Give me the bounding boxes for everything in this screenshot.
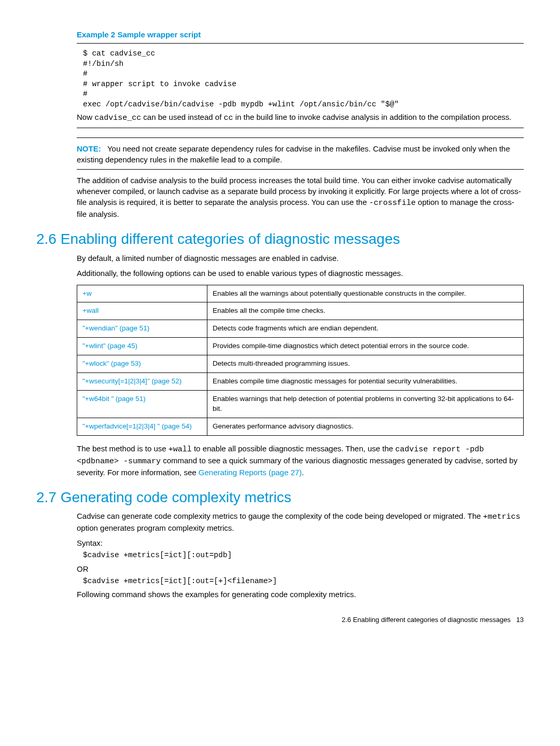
inline-code: +wall <box>169 445 192 454</box>
code-block-wrapper-script: $ cat cadvise_cc #!/bin/sh # # wrapper s… <box>83 49 524 109</box>
divider <box>77 43 524 44</box>
footer-page-number: 13 <box>516 616 524 624</box>
syntax-label: Syntax: <box>77 537 524 548</box>
option-desc: Detects multi-threaded programming issue… <box>207 355 524 373</box>
option-link[interactable]: "+wlock" (page 53) <box>82 360 141 367</box>
paragraph: Additionally, the following options can … <box>77 268 524 279</box>
option-link[interactable]: "+wlint" (page 45) <box>82 342 137 350</box>
option-desc: Detects code fragments which are endian … <box>207 320 524 338</box>
paragraph: The addition of cadvise analysis to the … <box>77 175 524 219</box>
note-text: You need not create separate dependency … <box>77 144 510 164</box>
code-block-syntax2: $cadvise +metrics[=ict][:out=[+]<filenam… <box>83 576 524 587</box>
inline-code: +metrics <box>483 513 521 521</box>
paragraph: The best method is to use +wall to enabl… <box>77 443 524 478</box>
divider <box>77 128 524 128</box>
option-desc: Provides compile-time diagnostics which … <box>207 338 524 355</box>
option-name: +w <box>82 289 92 297</box>
option-desc: Enables compile time diagnostic messages… <box>207 373 524 391</box>
option-link[interactable]: "+w64bit " (page 51) <box>82 395 146 403</box>
inline-code: cadvise_cc <box>94 114 141 122</box>
option-name: +wall <box>82 307 99 314</box>
inline-code: -crossfile <box>369 199 416 208</box>
text: can be used instead of <box>141 113 223 121</box>
paragraph: Following command shows the examples for… <box>77 589 524 600</box>
text: in the build line to invoke cadvise anal… <box>233 113 512 121</box>
table-row: +w Enables all the warnings about potent… <box>77 285 524 302</box>
text: . <box>302 468 304 477</box>
options-table: +w Enables all the warnings about potent… <box>77 285 524 436</box>
example-title: Example 2 Sample wrapper script <box>77 29 524 40</box>
note-block: NOTE: You need not create separate depen… <box>77 143 524 165</box>
text: The best method is to use <box>77 444 169 453</box>
example-after-text: Now cadvise_cc can be used instead of cc… <box>77 112 524 123</box>
text: Now <box>77 113 94 121</box>
table-row: "+w64bit " (page 51) Enables warnings th… <box>77 390 524 418</box>
text: to enable all possible diagnostic messag… <box>192 444 395 453</box>
page-footer: 2.6 Enabling different categories of dia… <box>36 615 524 625</box>
paragraph: By default, a limited number of diagnost… <box>77 253 524 264</box>
link-generating-reports[interactable]: Generating Reports (page 27) <box>199 468 302 477</box>
option-link[interactable]: "+wsecurity[=1|2|3|4]" (page 52) <box>82 377 181 385</box>
paragraph: Cadvise can generate code complexity met… <box>77 510 524 533</box>
table-row: "+wlint" (page 45) Provides compile-time… <box>77 338 524 355</box>
table-row: "+wendian" (page 51) Detects code fragme… <box>77 320 524 338</box>
table-row: +wall Enables all the compile time check… <box>77 302 524 320</box>
inline-code: cc <box>223 114 233 122</box>
note-label: NOTE: <box>77 144 101 153</box>
code-block-syntax1: $cadvise +metrics[=ict][:out=pdb] <box>83 550 524 561</box>
divider <box>77 169 524 170</box>
option-desc: Enables all the warnings about potential… <box>207 285 524 302</box>
option-desc: Generates performance advisory diagnosti… <box>207 418 524 435</box>
section-heading-2-7: 2.7 Generating code complexity metrics <box>36 487 524 507</box>
option-desc: Enables warnings that help detection of … <box>207 390 524 418</box>
option-desc: Enables all the compile time checks. <box>207 302 524 320</box>
section-heading-2-6: 2.6 Enabling different categories of dia… <box>36 229 524 249</box>
text: Cadvise can generate code complexity met… <box>77 512 483 520</box>
or-label: OR <box>77 563 524 574</box>
text: option generates program complexity metr… <box>77 523 234 532</box>
footer-section: 2.6 Enabling different categories of dia… <box>342 616 511 624</box>
table-row: "+wperfadvice[=1|2|3|4] " (page 54) Gene… <box>77 418 524 435</box>
divider <box>77 137 524 138</box>
option-link[interactable]: "+wperfadvice[=1|2|3|4] " (page 54) <box>82 422 192 430</box>
table-row: "+wsecurity[=1|2|3|4]" (page 52) Enables… <box>77 373 524 391</box>
table-row: "+wlock" (page 53) Detects multi-threade… <box>77 355 524 373</box>
option-link[interactable]: "+wendian" (page 51) <box>82 324 149 332</box>
